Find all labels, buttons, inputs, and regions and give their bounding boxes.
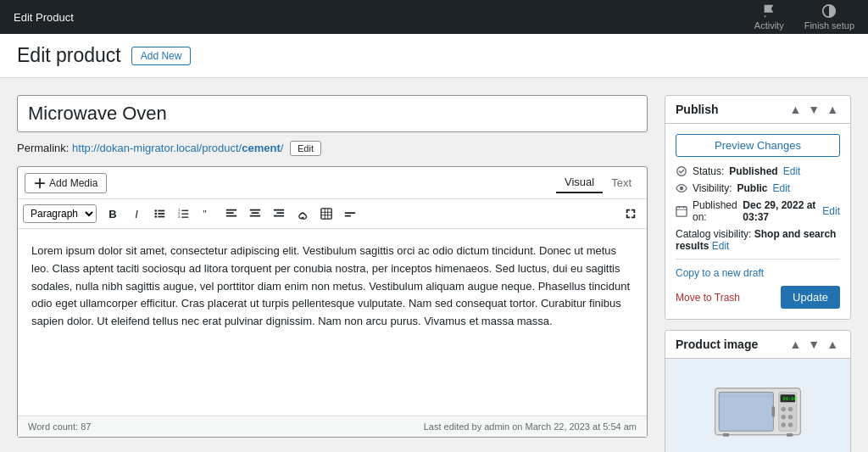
svg-rect-16 xyxy=(226,215,236,217)
permalink-slug: cement xyxy=(242,142,281,154)
update-button[interactable]: Update xyxy=(781,286,840,309)
table-button[interactable] xyxy=(315,203,337,225)
italic-button[interactable]: I xyxy=(125,203,147,225)
permalink-edit-button[interactable]: Edit xyxy=(290,141,321,156)
admin-bar-title: Edit Product xyxy=(14,11,74,24)
activity-label: Activity xyxy=(754,20,784,31)
svg-rect-21 xyxy=(276,212,284,214)
publish-actions: Move to Trash Update xyxy=(676,286,840,309)
svg-point-42 xyxy=(782,407,787,412)
link-button[interactable] xyxy=(292,203,314,225)
svg-rect-37 xyxy=(719,392,773,431)
unordered-list-button[interactable] xyxy=(149,203,171,225)
svg-rect-10 xyxy=(181,214,188,215)
svg-rect-2 xyxy=(158,210,164,212)
editor-content[interactable]: Lorem ipsum dolor sit amet, consectetur … xyxy=(18,229,647,416)
more-button[interactable] xyxy=(339,203,361,225)
align-right-button[interactable] xyxy=(268,203,290,225)
product-image-title: Product image xyxy=(676,338,758,351)
publish-collapse-down[interactable]: ▼ xyxy=(806,103,821,116)
svg-rect-49 xyxy=(723,433,729,437)
view-tabs: Visual Text xyxy=(556,172,640,193)
unordered-list-icon xyxy=(154,208,166,220)
align-center-icon xyxy=(249,208,261,220)
svg-point-1 xyxy=(154,209,157,212)
publish-collapse-up[interactable]: ▲ xyxy=(787,103,803,116)
svg-rect-6 xyxy=(158,216,164,218)
main-content: Permalink: http://dokan-migrator.local/p… xyxy=(0,78,868,452)
align-left-button[interactable] xyxy=(220,203,242,225)
product-image-area[interactable]: 00:00 xyxy=(665,359,850,452)
svg-text:3.: 3. xyxy=(178,215,181,219)
word-count: Word count: 87 xyxy=(28,421,91,432)
svg-rect-50 xyxy=(787,433,793,437)
status-edit-link[interactable]: Edit xyxy=(783,165,801,177)
svg-point-3 xyxy=(154,213,157,215)
preview-changes-button[interactable]: Preview Changes xyxy=(676,134,840,157)
finish-setup-action[interactable]: Finish setup xyxy=(804,3,854,31)
editor-box: Add Media Visual Text Paragraph B I xyxy=(17,166,648,438)
permalink-row: Permalink: http://dokan-migrator.local/p… xyxy=(17,141,648,156)
bold-button[interactable]: B xyxy=(102,203,124,225)
text-tab[interactable]: Text xyxy=(603,172,640,193)
svg-rect-19 xyxy=(250,215,260,217)
publish-divider xyxy=(676,259,840,259)
align-center-button[interactable] xyxy=(244,203,266,225)
published-on-value: Dec 29, 2022 at 03:37 xyxy=(743,199,817,223)
publish-close[interactable]: ▲ xyxy=(825,103,840,116)
svg-rect-14 xyxy=(226,209,236,211)
product-title-input[interactable] xyxy=(17,95,648,132)
product-image-panel-header: Product image ▲ ▼ ▲ xyxy=(665,331,850,359)
published-on-row: Published on: Dec 29, 2022 at 03:37 Edit xyxy=(676,199,840,223)
editor-format-bar: Paragraph B I 1. 2. xyxy=(18,199,647,229)
svg-rect-18 xyxy=(252,212,259,214)
table-icon xyxy=(320,208,332,220)
editor-toolbar-top: Add Media Visual Text xyxy=(18,167,647,199)
move-to-trash-link[interactable]: Move to Trash xyxy=(676,292,740,304)
publish-panel: Publish ▲ ▼ ▲ Preview Changes Status: Pu… xyxy=(665,95,851,320)
product-image-svg: 00:00 xyxy=(711,376,804,444)
svg-rect-17 xyxy=(250,209,260,211)
blockquote-icon: " xyxy=(202,208,214,220)
add-media-button[interactable]: Add Media xyxy=(25,173,107,193)
paragraph-select[interactable]: Paragraph xyxy=(23,204,97,223)
catalog-visibility-row: Catalog visibility: Shop and search resu… xyxy=(676,228,840,252)
status-label: Status: xyxy=(693,165,724,177)
left-column: Permalink: http://dokan-migrator.local/p… xyxy=(17,95,648,438)
visual-tab[interactable]: Visual xyxy=(556,172,603,193)
catalog-label: Catalog visibility: xyxy=(676,228,751,240)
svg-text:": " xyxy=(203,208,207,220)
product-image-up[interactable]: ▲ xyxy=(787,338,803,351)
calendar-icon xyxy=(676,205,687,217)
more-icon xyxy=(344,208,356,220)
status-icon xyxy=(676,165,687,177)
product-image-body: 00:00 xyxy=(665,359,850,452)
visibility-value: Public xyxy=(737,182,767,194)
admin-bar: Edit Product Activity Finish setup xyxy=(0,0,868,34)
ordered-list-button[interactable]: 1. 2. 3. xyxy=(173,203,195,225)
product-image-panel: Product image ▲ ▼ ▲ xyxy=(665,330,851,452)
product-image-down[interactable]: ▼ xyxy=(806,338,821,351)
blockquote-button[interactable]: " xyxy=(197,203,219,225)
activity-action[interactable]: Activity xyxy=(754,3,784,31)
add-new-button[interactable]: Add New xyxy=(131,47,192,65)
catalog-edit-link[interactable]: Edit xyxy=(712,240,730,252)
copy-draft-link[interactable]: Copy to a new draft xyxy=(676,267,764,279)
expand-button[interactable] xyxy=(620,203,642,225)
svg-rect-22 xyxy=(274,215,284,217)
product-image-close[interactable]: ▲ xyxy=(825,338,840,351)
published-on-edit-link[interactable]: Edit xyxy=(822,205,840,217)
publish-panel-title: Publish xyxy=(676,103,719,116)
visibility-edit-link[interactable]: Edit xyxy=(772,182,790,194)
svg-point-44 xyxy=(782,415,787,420)
svg-rect-28 xyxy=(345,212,355,214)
svg-point-31 xyxy=(680,187,683,190)
link-icon xyxy=(297,208,309,220)
svg-point-43 xyxy=(788,407,793,412)
last-edited: Last edited by admin on March 22, 2023 a… xyxy=(424,421,637,432)
svg-rect-29 xyxy=(345,215,351,217)
permalink-url[interactable]: http://dokan-migrator.local/product/ceme… xyxy=(72,142,287,154)
svg-point-45 xyxy=(788,415,793,420)
permalink-base: http://dokan-migrator.local/product/ xyxy=(72,142,242,154)
svg-rect-38 xyxy=(772,406,776,417)
